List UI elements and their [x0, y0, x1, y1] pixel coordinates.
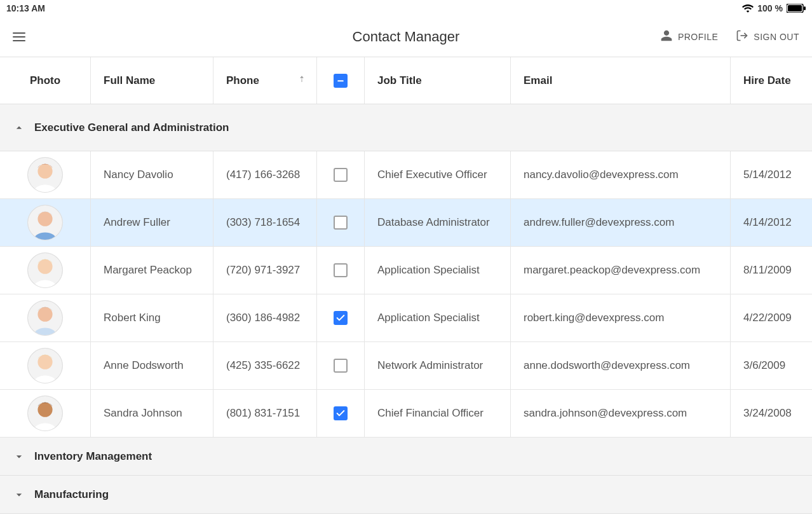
- column-header-full-name[interactable]: Full Name: [91, 57, 213, 104]
- avatar: [27, 348, 63, 383]
- person-icon: [660, 29, 673, 44]
- cell-full-name: Nancy Davolio: [91, 151, 213, 198]
- table-row[interactable]: Sandra Johnson (801) 831-7151 Chief Fina…: [0, 390, 812, 438]
- signout-button[interactable]: SIGN OUT: [736, 29, 799, 44]
- group-name: Inventory Management: [34, 450, 152, 463]
- cell-email: nancy.davolio@devexpress.com: [511, 151, 731, 198]
- avatar: [27, 300, 63, 336]
- cell-photo: [0, 294, 91, 341]
- page-title: Contact Manager: [353, 29, 460, 45]
- cell-phone: (801) 831-7151: [213, 390, 317, 437]
- svg-rect-2: [804, 6, 806, 10]
- battery-icon: [787, 4, 806, 13]
- table-row[interactable]: Nancy Davolio (417) 166-3268 Chief Execu…: [0, 151, 812, 199]
- row-checkbox[interactable]: [334, 263, 348, 277]
- group-header[interactable]: Inventory Management: [0, 438, 812, 476]
- cell-checkbox: [317, 151, 365, 198]
- cell-photo: [0, 151, 91, 198]
- group-name: Executive General and Administration: [34, 121, 229, 134]
- group-header[interactable]: Manufacturing: [0, 476, 812, 514]
- cell-full-name: Anne Dodsworth: [91, 342, 213, 389]
- status-battery-pct: 100 %: [757, 3, 783, 13]
- svg-point-12: [37, 307, 52, 322]
- cell-hire-date: 3/6/2009: [731, 342, 812, 389]
- svg-point-8: [37, 212, 52, 226]
- avatar: [27, 205, 63, 240]
- cell-checkbox: [317, 199, 365, 246]
- table-row[interactable]: Anne Dodsworth (425) 335-6622 Network Ad…: [0, 342, 812, 390]
- cell-phone: (360) 186-4982: [213, 294, 317, 341]
- column-header-photo[interactable]: Photo: [0, 57, 91, 104]
- svg-point-14: [37, 355, 52, 369]
- column-header-job-title[interactable]: Job Title: [365, 57, 511, 104]
- cell-hire-date: 5/14/2012: [731, 151, 812, 198]
- cell-job-title: Application Specialist: [365, 247, 511, 294]
- group-name: Manufacturing: [34, 488, 109, 501]
- signout-icon: [736, 29, 748, 44]
- cell-email: sandra.johnson@devexpress.com: [511, 390, 731, 437]
- cell-checkbox: [317, 294, 365, 341]
- cell-checkbox: [317, 247, 365, 294]
- table-row[interactable]: Margaret Peackop (720) 971-3927 Applicat…: [0, 247, 812, 294]
- status-time: 10:13 AM: [6, 3, 45, 13]
- chevron-down-icon: [13, 488, 25, 501]
- cell-phone: (417) 166-3268: [213, 151, 317, 198]
- sort-ascending-icon: [297, 73, 306, 88]
- cell-email: margaret.peackop@devexpress.com: [511, 247, 731, 294]
- profile-button[interactable]: PROFILE: [660, 29, 718, 44]
- row-checkbox[interactable]: [334, 406, 348, 420]
- cell-phone: (425) 335-6622: [213, 342, 317, 389]
- select-all-checkbox[interactable]: [334, 74, 348, 88]
- wifi-icon: [742, 4, 754, 13]
- chevron-up-icon: [13, 121, 25, 134]
- app-bar: Contact Manager PROFILE SIGN OUT: [0, 17, 812, 57]
- cell-hire-date: 8/11/2009: [731, 247, 812, 294]
- cell-email: andrew.fuller@devexpress.com: [511, 199, 731, 246]
- cell-photo: [0, 247, 91, 294]
- svg-rect-4: [337, 80, 343, 81]
- svg-point-16: [37, 403, 52, 417]
- avatar: [27, 396, 63, 431]
- svg-point-6: [37, 164, 52, 179]
- cell-full-name: Margaret Peackop: [91, 247, 213, 294]
- cell-photo: [0, 199, 91, 246]
- cell-email: anne.dodsworth@devexpress.com: [511, 342, 731, 389]
- profile-label: PROFILE: [678, 32, 718, 42]
- status-right: 100 %: [742, 3, 806, 13]
- svg-rect-1: [788, 5, 802, 11]
- row-checkbox[interactable]: [334, 359, 348, 373]
- avatar: [27, 252, 63, 288]
- row-checkbox[interactable]: [334, 311, 348, 325]
- chevron-down-icon: [13, 450, 25, 463]
- cell-job-title: Application Specialist: [365, 294, 511, 341]
- cell-hire-date: 4/14/2012: [731, 199, 812, 246]
- column-header-email[interactable]: Email: [511, 57, 731, 104]
- cell-job-title: Chief Executive Officer: [365, 151, 511, 198]
- cell-checkbox: [317, 342, 365, 389]
- cell-full-name: Robert King: [91, 294, 213, 341]
- column-header-phone[interactable]: Phone: [213, 57, 317, 104]
- cell-full-name: Andrew Fuller: [91, 199, 213, 246]
- cell-job-title: Network Administrator: [365, 342, 511, 389]
- cell-job-title: Database Administrator: [365, 199, 511, 246]
- cell-phone: (720) 971-3927: [213, 247, 317, 294]
- table-header-row: Photo Full Name Phone Job Title Email Hi…: [0, 57, 812, 104]
- svg-point-10: [37, 259, 52, 274]
- row-checkbox[interactable]: [334, 216, 348, 230]
- table-row[interactable]: Andrew Fuller (303) 718-1654 Database Ad…: [0, 199, 812, 247]
- menu-icon[interactable]: [13, 29, 28, 45]
- group-header[interactable]: Executive General and Administration: [0, 104, 812, 151]
- cell-photo: [0, 390, 91, 437]
- cell-job-title: Chief Financial Officer: [365, 390, 511, 437]
- avatar: [27, 157, 63, 193]
- cell-hire-date: 3/24/2008: [731, 390, 812, 437]
- cell-full-name: Sandra Johnson: [91, 390, 213, 437]
- column-header-hire-date[interactable]: Hire Date: [731, 57, 812, 104]
- column-header-select-all[interactable]: [317, 57, 365, 104]
- row-checkbox[interactable]: [334, 168, 348, 182]
- signout-label: SIGN OUT: [754, 32, 799, 42]
- cell-phone: (303) 718-1654: [213, 199, 317, 246]
- table-row[interactable]: Robert King (360) 186-4982 Application S…: [0, 294, 812, 342]
- cell-checkbox: [317, 390, 365, 437]
- contacts-grid: Photo Full Name Phone Job Title Email Hi…: [0, 57, 812, 514]
